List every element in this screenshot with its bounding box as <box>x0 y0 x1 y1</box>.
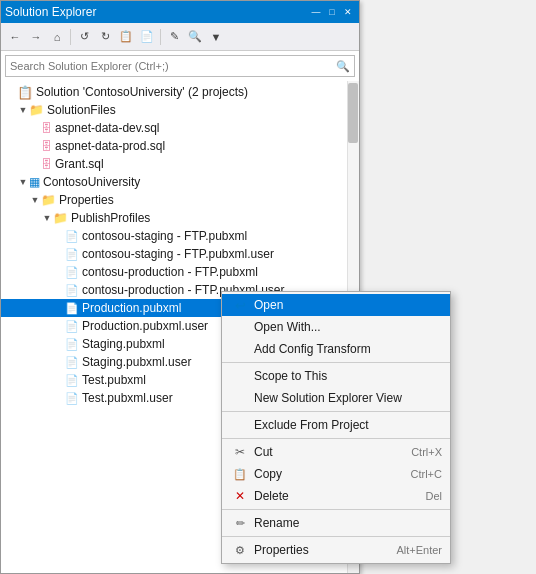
tree-item-label: aspnet-data-prod.sql <box>55 139 165 153</box>
tree-item-icon: 🗄 <box>41 157 52 171</box>
tree-item-label: aspnet-data-dev.sql <box>55 121 160 135</box>
ctx-item-label: Exclude From Project <box>254 418 442 432</box>
restore-button[interactable]: □ <box>325 5 339 19</box>
tree-item[interactable]: ▼📁PublishProfiles <box>1 209 359 227</box>
tree-item-icon: 📄 <box>65 247 79 261</box>
context-menu-item[interactable]: Add Config Transform <box>222 338 450 360</box>
properties-button[interactable]: 📄 <box>137 27 157 47</box>
tree-item-icon: 📄 <box>65 337 79 351</box>
ctx-separator <box>222 536 450 537</box>
context-menu-item[interactable]: ✕DeleteDel <box>222 485 450 507</box>
tree-item-label: contosou-staging - FTP.pubxml <box>82 229 247 243</box>
ctx-item-icon: ⚙ <box>230 544 250 557</box>
tree-expander[interactable]: ▼ <box>41 213 53 223</box>
context-menu-item[interactable]: ✏Rename <box>222 512 450 534</box>
tree-item-icon: 📄 <box>65 319 79 333</box>
tree-item-icon: 📄 <box>65 373 79 387</box>
tree-item-label: SolutionFiles <box>47 103 116 117</box>
context-menu-item[interactable]: 📋CopyCtrl+C <box>222 463 450 485</box>
tree-item[interactable]: ▼📁SolutionFiles <box>1 101 359 119</box>
tree-item-icon: 🗄 <box>41 121 52 135</box>
tree-item-label: Grant.sql <box>55 157 104 171</box>
ctx-item-label: Properties <box>254 543 396 557</box>
ctx-item-shortcut: Ctrl+C <box>411 468 442 480</box>
context-menu-item[interactable]: New Solution Explorer View <box>222 387 450 409</box>
tree-item-icon: 📁 <box>53 211 68 225</box>
preview-button[interactable]: ✎ <box>164 27 184 47</box>
context-menu-item[interactable]: Open With... <box>222 316 450 338</box>
ctx-item-label: New Solution Explorer View <box>254 391 442 405</box>
tree-item[interactable]: ▼▦ContosoUniversity <box>1 173 359 191</box>
context-menu-item[interactable]: Scope to This <box>222 365 450 387</box>
context-menu-item[interactable]: ↩Open <box>222 294 450 316</box>
tree-item-icon: 📁 <box>29 103 44 117</box>
tree-item[interactable]: 🗄aspnet-data-dev.sql <box>1 119 359 137</box>
sync-button[interactable]: ↺ <box>74 27 94 47</box>
tree-item-icon: 📋 <box>17 85 33 100</box>
ctx-item-shortcut: Ctrl+X <box>411 446 442 458</box>
tree-item[interactable]: 📄contosu-production - FTP.pubxml <box>1 263 359 281</box>
ctx-item-icon: ✏ <box>230 517 250 530</box>
ctx-item-label: Rename <box>254 516 442 530</box>
toolbar-sep-1 <box>70 29 71 45</box>
tree-item-icon: 📁 <box>41 193 56 207</box>
tree-item[interactable]: 🗄Grant.sql <box>1 155 359 173</box>
search-icon: 🔍 <box>336 60 350 73</box>
tree-item-label: Production.pubxml.user <box>82 319 208 333</box>
ctx-item-icon: ✂ <box>230 445 250 459</box>
back-button[interactable]: ← <box>5 27 25 47</box>
tree-item[interactable]: 📋Solution 'ContosoUniversity' (2 project… <box>1 83 359 101</box>
refresh-button[interactable]: ↻ <box>95 27 115 47</box>
ctx-item-label: Scope to This <box>254 369 442 383</box>
scrollbar-thumb[interactable] <box>348 83 358 143</box>
tree-item-label: Test.pubxml <box>82 373 146 387</box>
settings-button[interactable]: ▼ <box>206 27 226 47</box>
minimize-button[interactable]: — <box>309 5 323 19</box>
solution-explorer-window: Solution Explorer — □ ✕ ← → ⌂ ↺ ↻ 📋 📄 ✎ … <box>0 0 360 574</box>
close-button[interactable]: ✕ <box>341 5 355 19</box>
tree-item-icon: 📄 <box>65 355 79 369</box>
context-menu: ↩OpenOpen With...Add Config TransformSco… <box>221 291 451 564</box>
forward-button[interactable]: → <box>26 27 46 47</box>
tree-item-label: contosu-production - FTP.pubxml <box>82 265 258 279</box>
tree-item-icon: 📄 <box>65 391 79 405</box>
tree-expander[interactable]: ▼ <box>17 105 29 115</box>
filter-button[interactable]: 🔍 <box>185 27 205 47</box>
toolbar: ← → ⌂ ↺ ↻ 📋 📄 ✎ 🔍 ▼ <box>1 23 359 51</box>
tree-item[interactable]: 📄contosou-staging - FTP.pubxml.user <box>1 245 359 263</box>
ctx-item-label: Open <box>254 298 442 312</box>
tree-item-icon: 📄 <box>65 283 79 297</box>
tree-item[interactable]: ▼📁Properties <box>1 191 359 209</box>
tree-item[interactable]: 📄contosou-staging - FTP.pubxml <box>1 227 359 245</box>
context-menu-item[interactable]: ⚙PropertiesAlt+Enter <box>222 539 450 561</box>
ctx-item-icon: 📋 <box>230 468 250 481</box>
context-menu-item[interactable]: ✂CutCtrl+X <box>222 441 450 463</box>
tree-item[interactable]: 🗄aspnet-data-prod.sql <box>1 137 359 155</box>
ctx-item-label: Copy <box>254 467 411 481</box>
tree-item-icon: 📄 <box>65 301 79 315</box>
tree-item-label: Test.pubxml.user <box>82 391 173 405</box>
title-bar-controls: — □ ✕ <box>309 5 355 19</box>
window-title: Solution Explorer <box>5 5 96 19</box>
context-menu-item[interactable]: Exclude From Project <box>222 414 450 436</box>
search-bar: 🔍 <box>5 55 355 77</box>
tree-item-icon: ▦ <box>29 175 40 189</box>
tree-item-label: Staging.pubxml.user <box>82 355 191 369</box>
tree-item-label: ContosoUniversity <box>43 175 140 189</box>
show-all-files-button[interactable]: 📋 <box>116 27 136 47</box>
ctx-item-label: Delete <box>254 489 425 503</box>
ctx-item-label: Add Config Transform <box>254 342 442 356</box>
tree-item-label: Staging.pubxml <box>82 337 165 351</box>
home-button[interactable]: ⌂ <box>47 27 67 47</box>
ctx-item-label: Cut <box>254 445 411 459</box>
tree-expander[interactable]: ▼ <box>17 177 29 187</box>
ctx-separator <box>222 509 450 510</box>
ctx-item-shortcut: Del <box>425 490 442 502</box>
search-input[interactable] <box>10 60 336 72</box>
ctx-separator <box>222 411 450 412</box>
ctx-item-shortcut: Alt+Enter <box>396 544 442 556</box>
ctx-separator <box>222 438 450 439</box>
tree-expander[interactable]: ▼ <box>29 195 41 205</box>
tree-item-icon: 🗄 <box>41 139 52 153</box>
tree-item-label: Solution 'ContosoUniversity' (2 projects… <box>36 85 248 99</box>
